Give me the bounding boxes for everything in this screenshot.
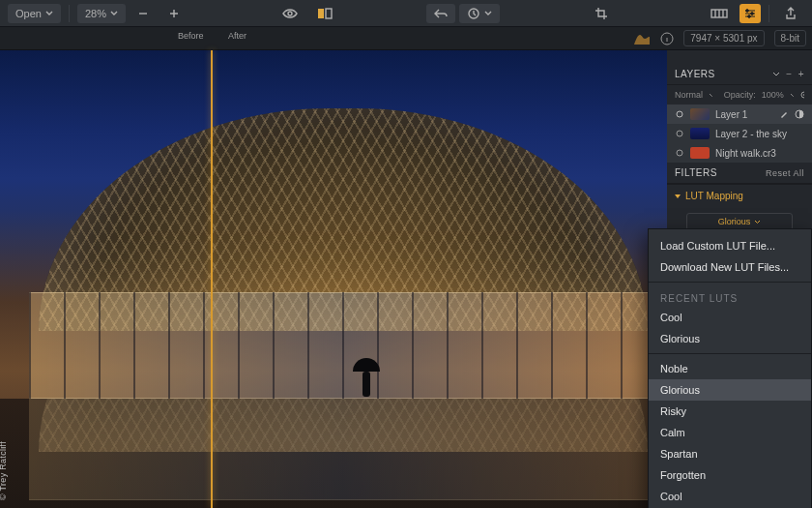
history-icon [467, 8, 480, 19]
chevron-down-icon [790, 92, 794, 99]
lut-item[interactable]: Glorious [649, 379, 811, 401]
zoom-value: 28% [85, 8, 106, 19]
history-button[interactable] [459, 4, 500, 23]
layer-item[interactable]: Night walk.cr3 [667, 143, 812, 163]
layer-thumb [690, 128, 710, 139]
zoom-in-button[interactable] [160, 4, 188, 23]
histogram-icon[interactable] [633, 32, 651, 45]
svg-point-11 [677, 111, 682, 117]
chevron-down-icon [110, 10, 118, 17]
zoom-out-button[interactable] [130, 4, 157, 23]
crop-icon [594, 7, 608, 20]
lut-recent-item[interactable]: Cool [649, 307, 811, 328]
separator [649, 353, 811, 354]
svg-point-14 [677, 150, 682, 156]
blend-mode-menu[interactable]: Normal [675, 90, 703, 100]
svg-point-6 [751, 12, 754, 15]
share-icon [785, 7, 797, 20]
brush-icon[interactable] [779, 109, 789, 119]
canvas-art [29, 292, 657, 399]
minus-icon [137, 8, 149, 19]
mask-icon[interactable] [795, 109, 804, 119]
svg-point-10 [803, 94, 804, 96]
opacity-value[interactable]: 100% [762, 90, 784, 100]
undo-icon [434, 8, 448, 19]
filters-title: FILTERS [675, 167, 766, 178]
plus-icon [168, 8, 180, 19]
filter-lut-mapping[interactable]: LUT Mapping [667, 184, 812, 207]
info-icon[interactable] [660, 32, 674, 45]
lut-selected-name: Glorious [718, 217, 751, 226]
svg-rect-2 [326, 9, 332, 18]
layer-name: Layer 1 [715, 109, 747, 120]
svg-point-7 [748, 15, 751, 17]
chevron-down-icon [484, 10, 492, 17]
preview-button[interactable] [275, 4, 305, 23]
layer-item[interactable]: Layer 1 [667, 105, 812, 124]
layers-title: LAYERS [675, 69, 772, 79]
opacity-label: Opacity: [724, 90, 756, 100]
filmstrip-icon [710, 8, 728, 19]
lut-download-new[interactable]: Download New LUT Files... [649, 256, 811, 278]
visibility-icon[interactable] [675, 129, 684, 138]
reset-all-button[interactable]: Reset All [766, 168, 804, 178]
layer-thumb [690, 108, 710, 120]
share-button[interactable] [777, 4, 804, 23]
canvas-art [358, 358, 375, 397]
filters-header[interactable]: FILTERS Reset All [667, 163, 812, 184]
eye-icon [282, 8, 298, 19]
chevron-down-icon [709, 92, 712, 99]
gear-icon[interactable] [799, 90, 804, 100]
chevron-down-icon [675, 194, 681, 198]
lut-item[interactable]: Calm [649, 422, 811, 443]
sliders-icon [743, 8, 757, 19]
separator [69, 5, 70, 22]
lut-item[interactable]: Risky [649, 401, 811, 422]
image-bitdepth: 8-bit [774, 30, 806, 46]
svg-point-0 [288, 12, 292, 15]
top-toolbar: Open 28% [0, 0, 812, 27]
info-bar: 7947 × 5301 px 8-bit [0, 27, 812, 50]
svg-point-13 [677, 131, 682, 136]
adjust-panel-button[interactable] [740, 4, 761, 23]
lut-recent-item[interactable]: Glorious [649, 328, 811, 349]
chevron-down-icon [754, 219, 761, 225]
zoom-menu[interactable]: 28% [77, 4, 126, 23]
layer-name: Night walk.cr3 [715, 148, 776, 159]
chevron-down-icon [45, 10, 53, 17]
visibility-icon[interactable] [675, 148, 684, 158]
compare-icon [317, 8, 333, 19]
lut-load-custom[interactable]: Load Custom LUT File... [649, 235, 811, 256]
layer-thumb [690, 147, 710, 159]
crop-button[interactable] [587, 4, 616, 23]
image-canvas[interactable]: © Trey Ratcliff [0, 50, 667, 508]
image-dimensions: 7947 × 5301 px [683, 30, 764, 46]
layers-header[interactable]: LAYERS − + [667, 64, 812, 85]
undo-button[interactable] [426, 4, 455, 23]
layer-blend-row: Normal Opacity: 100% [667, 85, 812, 105]
lut-item[interactable]: Noble [649, 358, 811, 379]
canvas-art [0, 399, 667, 508]
photo-credit: © Trey Ratcliff [0, 441, 8, 500]
compare-button[interactable] [309, 4, 340, 23]
presets-button[interactable] [703, 4, 736, 23]
lut-item[interactable]: Forgotten [649, 464, 811, 486]
open-menu[interactable]: Open [8, 4, 61, 23]
layer-remove-button[interactable]: − [786, 69, 792, 79]
svg-point-5 [746, 9, 749, 12]
separator [649, 282, 811, 283]
open-label: Open [15, 8, 42, 19]
lut-menu: Load Custom LUT File... Download New LUT… [648, 228, 812, 508]
layer-add-button[interactable]: + [798, 69, 804, 79]
chevron-down-icon [772, 71, 780, 78]
layer-name: Layer 2 - the sky [715, 129, 787, 139]
lut-recent-header: RECENT LUTS [649, 286, 811, 307]
visibility-icon[interactable] [675, 109, 684, 119]
lut-item[interactable]: Spartan [649, 443, 811, 464]
layer-item[interactable]: Layer 2 - the sky [667, 124, 812, 143]
compare-divider[interactable] [211, 50, 213, 508]
svg-rect-1 [318, 9, 324, 18]
lut-item[interactable]: Cool [649, 486, 811, 507]
filter-name: LUT Mapping [685, 191, 743, 201]
separator [768, 5, 769, 22]
